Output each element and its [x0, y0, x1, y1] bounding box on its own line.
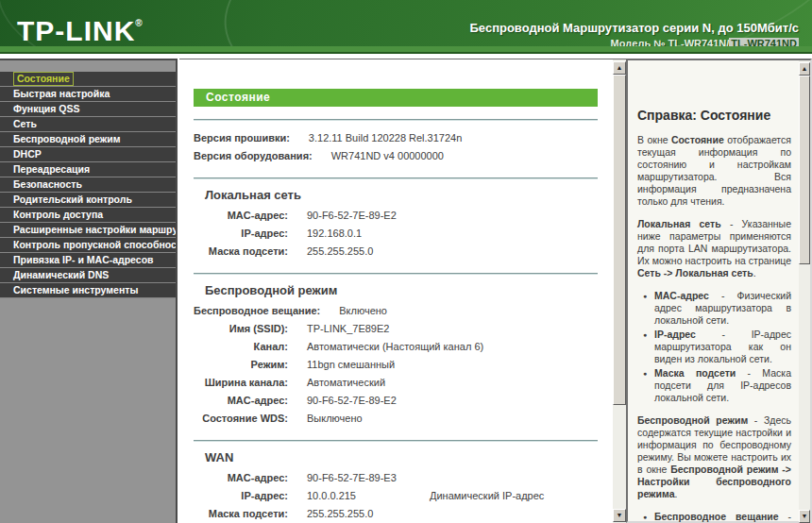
wan-mask-row: Маска подсети: 255.255.255.0 [194, 505, 598, 523]
model-number: Модель № TL-WR741N/TL-WR741ND [470, 38, 800, 46]
sidebar-item-access-control[interactable]: Контроль доступа [0, 208, 176, 223]
lan-mask-row: Маска подсети: 255.255.255.0 [194, 243, 598, 261]
wan-ip-row: IP-адрес: 10.0.0.215 Динамический IP-адр… [194, 487, 598, 505]
scrollbar-thumb[interactable] [799, 76, 810, 264]
hardware-row: Версия оборудования: WR741ND v4 00000000 [194, 147, 598, 165]
wan-section-heading: WAN [205, 450, 598, 464]
help-wireless-list: Беспроводное вещание - Содержит информац… [643, 511, 791, 523]
wireless-section-heading: Беспроводной режим [205, 283, 598, 297]
help-lan-list: MAC-адрес - Физический адрес маршрутизат… [643, 290, 791, 404]
sidebar-item-quick-setup[interactable]: Быстрая настройка [0, 87, 176, 102]
help-intro-paragraph: В окне Состояние отображается текущая ин… [637, 134, 791, 208]
lan-section-heading: Локальная сеть [205, 188, 598, 202]
header: TP-LINK® Беспроводной Маршрутизатор сери… [0, 0, 812, 46]
help-list-item: MAC-адрес - Физический адрес маршрутизат… [643, 290, 791, 327]
wireless-mac-row: MAC-адрес: 90-F6-52-7E-89-E2 [194, 392, 598, 410]
help-lan-paragraph: Локальная сеть - Указанные ниже параметр… [637, 218, 791, 279]
hardware-value: WR741ND v4 00000000 [331, 147, 444, 165]
help-title: Справка: Состояние [637, 108, 791, 123]
firmware-row: Версия прошивки: 3.12.11 Build 120228 Re… [194, 129, 598, 147]
tplink-logo: TP-LINK® [17, 17, 144, 45]
sidebar-nav: Состояние Быстрая настройка Функция QSS … [0, 59, 178, 523]
sidebar-menu: Состояние Быстрая настройка Функция QSS … [0, 72, 176, 298]
sidebar-item-security[interactable]: Безопасность [0, 177, 176, 193]
section-divider [194, 119, 598, 121]
help-list-item: IP-адрес - IP-адрес маршрутизатора как о… [643, 329, 791, 365]
sidebar-item-ddns[interactable]: Динамический DNS [0, 268, 176, 283]
registered-mark-icon: ® [135, 18, 143, 28]
section-divider [194, 273, 598, 275]
model-highlight: TL-WR741ND [729, 38, 799, 46]
router-admin-page: TP-LINK® Беспроводной Маршрутизатор сери… [0, 0, 812, 523]
scroll-up-button[interactable]: ▲ [799, 62, 810, 76]
wireless-mode-row: Режим: 11bgn смешанный [194, 356, 598, 374]
frames: Состояние Быстрая настройка Функция QSS … [0, 59, 812, 523]
wireless-wds-row: Состояние WDS: Выключено [194, 410, 598, 428]
page-title: Состояние [194, 89, 598, 107]
scrollbar-thumb[interactable] [613, 75, 626, 405]
lan-ip-row: IP-адрес: 192.168.0.1 [194, 225, 598, 243]
sidebar-item-dhcp[interactable]: DHCP [0, 147, 176, 162]
sidebar-item-status[interactable]: Состояние [0, 72, 176, 87]
product-subtitle: Беспроводной Маршрутизатор серии N, до 1… [470, 21, 800, 35]
sidebar-item-ip-mac-binding[interactable]: Привязка IP- и MAC-адресов [0, 253, 176, 268]
wireless-radio-row: Беспроводное вещание: Включено [194, 302, 598, 320]
help-list-item: Беспроводное вещание - Содержит информац… [643, 511, 791, 523]
scroll-down-button[interactable]: ▼ [799, 510, 810, 523]
wireless-channel-row: Канал: Автоматически (Настоящий канал 6) [194, 338, 598, 356]
sidebar-item-bandwidth-control[interactable]: Контроль пропускной способности [0, 238, 176, 253]
sidebar-item-system-tools[interactable]: Системные инструменты [0, 283, 176, 298]
sidebar-item-forwarding[interactable]: Переадресация [0, 162, 176, 177]
help-wireless-paragraph: Беспроводной режим - Здесь содержатся те… [637, 414, 791, 500]
main-scrollbar[interactable]: ▲ ▼ [613, 59, 626, 523]
status-content: Состояние Версия прошивки: 3.12.11 Build… [179, 59, 612, 523]
help-frame: Справка: Состояние В окне Состояние отоб… [626, 59, 812, 523]
wireless-width-row: Ширина канала: Автоматический [194, 374, 598, 392]
lan-mac-row: MAC-адрес: 90-F6-52-7E-89-E2 [194, 207, 598, 225]
sidebar-item-network[interactable]: Сеть [0, 117, 176, 132]
help-list-item: Маска подсети - Маска подсети для IP-адр… [643, 367, 791, 404]
sidebar-item-wireless[interactable]: Беспроводной режим [0, 132, 176, 147]
sidebar-top-spacer [0, 60, 176, 72]
section-divider [194, 177, 598, 179]
sidebar-item-qss[interactable]: Функция QSS [0, 102, 176, 117]
model-prefix: Модель № TL-WR741N/ [611, 38, 730, 46]
wan-mac-row: MAC-адрес: 90-F6-52-7E-89-E3 [194, 469, 598, 487]
wan-ip-type: Динамический IP-адрес [430, 487, 544, 505]
help-scrollbar[interactable]: ▲ ▼ [799, 60, 810, 523]
wireless-ssid-row: Имя (SSID): TP-LINK_7E89E2 [194, 320, 598, 338]
logo-text: TP-LINK [17, 15, 135, 46]
firmware-label: Версия прошивки: [194, 129, 290, 147]
sidebar-item-advanced-routing[interactable]: Расширенные настройки маршрутизации [0, 223, 176, 238]
main-frame: Состояние Версия прошивки: 3.12.11 Build… [179, 59, 626, 523]
header-accent-strip [0, 46, 812, 54]
header-right: Беспроводной Маршрутизатор серии N, до 1… [470, 21, 800, 46]
firmware-value: 3.12.11 Build 120228 Rel.31724n [309, 129, 463, 147]
hardware-label: Версия оборудования: [194, 147, 313, 165]
section-divider [194, 440, 598, 442]
scroll-down-button[interactable]: ▼ [613, 509, 626, 522]
sidebar-item-parental-control[interactable]: Родительский контроль [0, 193, 176, 208]
scroll-up-button[interactable]: ▲ [613, 61, 626, 75]
help-content: Справка: Состояние В окне Состояние отоб… [628, 60, 799, 523]
